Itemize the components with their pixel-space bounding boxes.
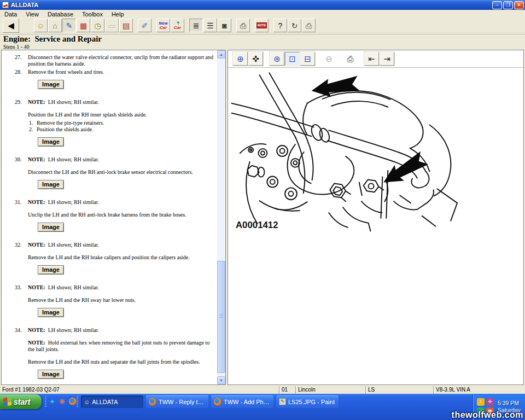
garage-icon-glyph: ⌂ xyxy=(52,22,57,30)
step-note: NOTE: LH shown; RH similar. xyxy=(28,327,216,334)
step-number: 27. xyxy=(15,54,26,69)
menu-view[interactable]: View xyxy=(21,11,43,18)
back-button-glyph: ◀ xyxy=(8,21,14,30)
step-number: 30. xyxy=(15,156,26,199)
help-icon-glyph: ? xyxy=(278,22,283,30)
status-field-model: LS xyxy=(365,386,433,394)
back-button[interactable]: ◀ xyxy=(3,19,19,33)
dynamic-zoom-icon[interactable]: ⊛ xyxy=(270,52,284,66)
status-field-make: Lincoln xyxy=(295,386,365,394)
print-image-icon[interactable]: ⎙ xyxy=(343,52,358,66)
menu-bar: DataViewDatabaseToolboxHelp xyxy=(0,10,525,18)
step-note: NOTE: LH shown; RH similar. xyxy=(28,242,216,248)
step-number: 32. xyxy=(15,242,26,284)
taskbar-button-firefox[interactable]: TWW - Reply to Topic... xyxy=(146,395,208,408)
step-body: NOTE: LH shown; RH similar.Remove the LH… xyxy=(28,242,216,284)
tsb-screen-icon-glyph: ▦ xyxy=(80,22,87,30)
zoom-out-icon[interactable]: ⊖ xyxy=(322,52,336,66)
new-car-icon[interactable]: NewCar xyxy=(156,19,170,32)
quick-launch-msn-icon[interactable]: ✦ xyxy=(49,398,55,405)
status-field-database: Ford #1 1982-03 Q2-07 xyxy=(0,386,279,394)
image-button[interactable]: Image xyxy=(38,308,64,317)
image-button[interactable]: Image xyxy=(38,180,64,189)
task-buttons: ☺ALLDATATWW - Reply to Topic...TWW - Add… xyxy=(81,395,339,408)
new-car-icon-text: NewCar xyxy=(159,21,167,30)
menu-help[interactable]: Help xyxy=(107,11,129,18)
print-icon[interactable]: ⎙ xyxy=(236,19,250,32)
image-button[interactable]: Image xyxy=(38,223,64,232)
dynamic-zoom-icon-glyph: ⊛ xyxy=(273,55,281,63)
taskbar-button-alldata[interactable]: ☺ALLDATA xyxy=(81,395,143,408)
refresh-mouse-icon[interactable]: ↻ xyxy=(288,19,301,32)
note-label: NOTE: xyxy=(28,242,45,248)
previous-image-icon[interactable]: ⇤ xyxy=(364,52,379,66)
step-body: NOTE: LH shown; RH similar.Position the … xyxy=(28,99,216,156)
scrollbar-down-arrow-icon[interactable]: ▼ xyxy=(217,376,225,384)
repair-pencil-icon[interactable]: ✎ xyxy=(62,19,76,32)
text-lines-icon[interactable]: ☰ xyxy=(203,19,217,32)
alldata-icon: ☺ xyxy=(84,399,90,405)
quick-launch-firefox-icon[interactable] xyxy=(69,398,77,405)
image-button[interactable]: Image xyxy=(38,265,64,275)
note-label: NOTE: xyxy=(28,99,45,105)
start-button[interactable]: start xyxy=(0,394,42,409)
step-item-31: 31.NOTE: LH shown; RH similar.Unclip the… xyxy=(15,199,216,242)
paint-icon: ✎ xyxy=(279,398,286,405)
fit-page-icon-glyph: ⊡ xyxy=(289,55,296,63)
step-body: Remove the front wheels and tires.Image xyxy=(28,69,216,99)
pinwheel-icon[interactable]: ✣ xyxy=(486,398,494,406)
clock-parts-icon-glyph: ◷ xyxy=(94,22,101,30)
steps-list: 27.Disconnect the water valve electrical… xyxy=(2,50,218,384)
fax-icon[interactable]: ⎙ xyxy=(302,19,316,32)
clock-parts-icon[interactable]: ◷ xyxy=(91,19,104,32)
quick-launch-messenger-icon[interactable]: ❋ xyxy=(59,398,65,405)
menu-database[interactable]: Database xyxy=(43,11,78,18)
taskbar-button-firefox[interactable]: TWW - Add Photos - ... xyxy=(211,395,273,408)
security-shield-icon[interactable]: ! xyxy=(477,398,485,406)
used-car-icon[interactable]: ↰Car xyxy=(171,19,184,32)
image-button[interactable]: Image xyxy=(38,370,64,379)
fit-width-icon[interactable]: ⊟ xyxy=(300,52,315,66)
status-bar: Ford #1 1982-03 Q2-07 01 Lincoln LS V8-3… xyxy=(0,386,525,394)
scrollbar-up-arrow-icon[interactable]: ▲ xyxy=(217,50,225,59)
menu-data[interactable]: Data xyxy=(0,11,21,18)
garage-icon[interactable]: ⌂ xyxy=(48,19,62,32)
substep-text: Remove the pin-type retainers. xyxy=(37,120,104,126)
report-list-icon[interactable]: ≣ xyxy=(189,19,203,32)
content-area: 27.Disconnect the water valve electrical… xyxy=(0,49,525,386)
image-button[interactable]: Image xyxy=(38,137,64,147)
pan-icon[interactable]: ✜ xyxy=(248,52,263,66)
help-icon[interactable]: ? xyxy=(273,19,287,32)
menu-toolbox[interactable]: Toolbox xyxy=(78,11,107,18)
step-number: 28. xyxy=(15,69,26,99)
camera-icon-glyph: ◙ xyxy=(222,22,226,30)
zoom-in-icon[interactable]: ⊕ xyxy=(233,52,248,66)
previous-image-icon-glyph: ⇤ xyxy=(368,55,375,63)
book-icon[interactable]: ▤ xyxy=(119,19,133,32)
fit-width-icon-glyph: ⊟ xyxy=(304,55,311,63)
minimize-button[interactable]: – xyxy=(492,1,502,9)
fit-page-icon[interactable]: ⊡ xyxy=(285,52,300,66)
start-label: start xyxy=(14,398,30,406)
close-button[interactable]: ✕ xyxy=(514,1,524,9)
substep: 2.Position the shields aside. xyxy=(28,126,216,133)
scrollbar-thumb[interactable] xyxy=(217,261,225,373)
restore-button[interactable]: ❐ xyxy=(503,1,513,9)
tsb-screen-icon[interactable]: ▦ xyxy=(77,19,90,32)
taskbar: start ✦❋ ☺ALLDATATWW - Reply to Topic...… xyxy=(0,394,525,420)
camera-icon[interactable]: ◙ xyxy=(218,19,231,32)
step-paragraph: Disconnect the LH and the RH anti-lock b… xyxy=(28,169,216,176)
note-pin-icon[interactable]: NOTE xyxy=(255,19,269,32)
taskbar-button-paint[interactable]: ✎LS25.JPG - Paint xyxy=(276,395,339,408)
taskbar-button-label: TWW - Reply to Topic... xyxy=(159,399,206,405)
steps-scrollbar[interactable]: ▲ ▼ xyxy=(217,50,225,384)
buyer-icon[interactable]: ▭ xyxy=(105,19,119,32)
mascot-search-icon[interactable]: ☺ xyxy=(34,19,48,32)
used-car-icon-text: ↰Car xyxy=(174,21,181,30)
image-toolbar: ⊕✜⊛⊡⊟⊖⎙⇤⇥ xyxy=(228,50,523,68)
next-image-icon[interactable]: ⇥ xyxy=(380,52,394,66)
firefox-icon xyxy=(149,398,156,406)
window-controls: –❐✕ xyxy=(492,1,524,9)
image-button[interactable]: Image xyxy=(38,80,64,89)
spray-gun-icon[interactable]: ✐ xyxy=(138,19,151,32)
